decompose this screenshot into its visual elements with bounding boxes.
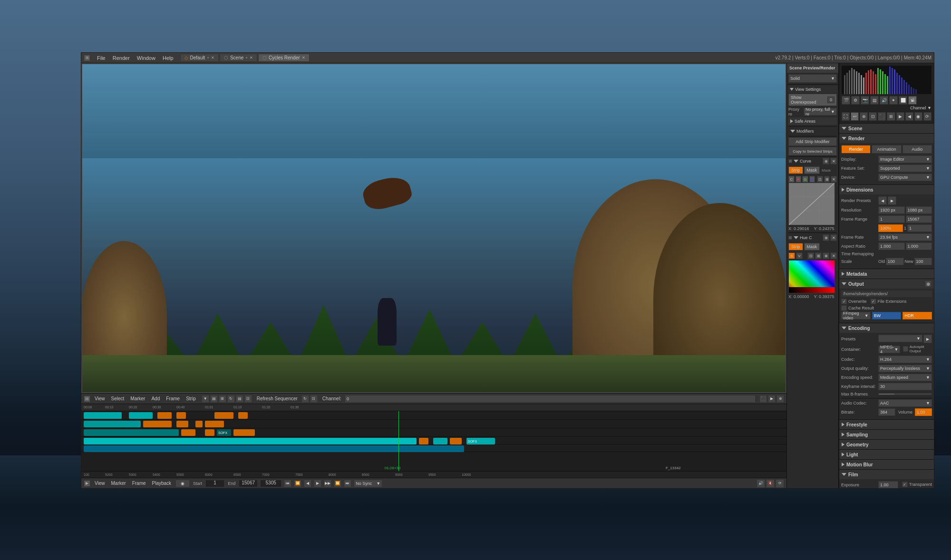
jump-start-btn[interactable]: ⏮ [284, 480, 291, 487]
channel-dropdown[interactable]: Channel ▼ [910, 106, 932, 110]
view-settings-toggle[interactable]: View Settings [788, 86, 837, 93]
tab-cycles-render[interactable]: ⬡ Cycles Render ✕ [258, 54, 310, 62]
output-quality-dropdown[interactable]: Perceptually lossless ▼ [878, 365, 932, 372]
prev-frame-btn[interactable]: ◀ [304, 480, 311, 487]
next-frame-btn[interactable]: ▶▶ [324, 480, 331, 487]
frame-step-value[interactable]: 1 [907, 224, 932, 232]
tl-add[interactable]: Add [149, 395, 162, 402]
icon-2-6[interactable]: ⊞ [887, 112, 895, 121]
exposure-value[interactable]: 1.00 [878, 481, 898, 488]
enc-presets-dropdown[interactable]: ▼ [878, 335, 922, 342]
tab-scene[interactable]: ⬡ Scene + ✕ [220, 54, 257, 62]
icon-2-10[interactable]: ⟳ [923, 112, 932, 121]
refresh-icon-2[interactable]: ⊡ [310, 395, 318, 403]
menu-render[interactable]: Render [110, 54, 133, 62]
tl-icon-1[interactable]: ▼ [202, 395, 209, 403]
hue-mask-tab[interactable]: Mask [804, 243, 820, 251]
volume-value[interactable]: 1.00 [915, 408, 932, 416]
render-tab-audio[interactable]: Audio [902, 145, 932, 154]
film-header[interactable]: Film [839, 470, 934, 479]
hist-icon-4[interactable]: ▤ [870, 96, 879, 105]
icon-2-4[interactable]: ⊡ [869, 112, 877, 121]
sync-icon[interactable]: ⟳ [776, 479, 784, 488]
menu-file[interactable]: File [94, 54, 108, 62]
mute-icon[interactable]: 🔇 [766, 479, 775, 488]
dimensions-header[interactable]: Dimensions [839, 185, 934, 194]
mask-tab[interactable]: Mask [804, 166, 820, 174]
tl-icon-2[interactable]: ▤ [210, 395, 218, 403]
playback-mode[interactable]: ◉ [175, 480, 190, 487]
ch-icon-2[interactable]: ▶ [768, 395, 776, 403]
menu-window[interactable]: Window [134, 54, 158, 62]
hist-icon-8[interactable]: 📽 [908, 96, 917, 105]
old-value[interactable]: 100 [886, 258, 903, 265]
encoding-header[interactable]: Encoding [839, 323, 934, 333]
channel-icon-2[interactable]: ⊞ [824, 176, 830, 183]
tl-view[interactable]: View [93, 395, 107, 402]
keyframe-interval-value[interactable]: 30 [878, 383, 932, 390]
hue-icon-2[interactable]: ⊞ [815, 252, 822, 259]
icon-2-1[interactable]: ⛶ [842, 112, 850, 121]
channel-close-icon[interactable]: ✕ [831, 176, 837, 183]
channel-b-btn[interactable]: B [809, 176, 815, 183]
curves-canvas[interactable] [788, 183, 835, 225]
modifiers-toggle[interactable]: Modifiers [788, 127, 837, 135]
solid-dropdown[interactable]: Solid ▼ [788, 74, 837, 83]
prev-key-btn[interactable]: ⏪ [294, 480, 301, 487]
enc-presets-icon[interactable]: ▶ [923, 335, 932, 343]
codec-dropdown[interactable]: H.264 ▼ [878, 356, 932, 363]
cache-result-checkbox[interactable] [841, 305, 847, 311]
color-wheel[interactable] [788, 260, 835, 293]
show-overexposed-row[interactable]: Show Overexposed 0 [788, 94, 837, 106]
res-y-value[interactable]: 1080 px [906, 206, 932, 214]
freestyle-header[interactable]: Freestyle [839, 420, 934, 429]
hist-icon-2[interactable]: ⚙ [851, 96, 860, 105]
hue-close-icon[interactable]: ✕ [830, 234, 837, 241]
tl-icon-3[interactable]: ⊞ [219, 395, 226, 403]
render-tab-animation[interactable]: Animation [872, 145, 901, 154]
hue-strip-tab[interactable]: Strip [788, 243, 803, 251]
feature-set-dropdown[interactable]: Supported ▼ [878, 164, 932, 172]
hue-icon-1[interactable]: ⊡ [807, 252, 814, 259]
curve-close-icon[interactable]: ✕ [830, 158, 837, 164]
end-frame-input[interactable]: 15067 [239, 480, 258, 487]
render-header[interactable]: Render [839, 134, 934, 143]
hue-copy-icon[interactable]: ⊕ [823, 234, 829, 241]
device-dropdown[interactable]: GPU Compute ▼ [878, 174, 932, 181]
trans-frame[interactable]: Frame [130, 480, 148, 487]
render-tab-render[interactable]: Render [841, 145, 871, 154]
hue-icon-4[interactable]: ✕ [830, 252, 837, 259]
metadata-header[interactable]: Metadata [839, 269, 934, 279]
presets-next-icon[interactable]: ▶ [888, 196, 896, 205]
overwrite-checkbox[interactable] [841, 299, 847, 304]
tl-marker[interactable]: Marker [128, 395, 147, 402]
display-dropdown[interactable]: Image Editor ▼ [878, 155, 932, 163]
presets-prev-icon[interactable]: ◀ [878, 196, 887, 205]
file-ext-checkbox[interactable] [871, 299, 876, 304]
output-copy-icon[interactable]: ⊕ [925, 280, 932, 287]
icon-2-2[interactable]: ↩ [851, 112, 859, 121]
motion-blur-header[interactable]: Motion Blur [839, 460, 934, 469]
channel-input[interactable]: 0 [345, 395, 756, 403]
icon-2-5[interactable]: ⬛ [878, 112, 886, 121]
sampling-header[interactable]: Sampling [839, 430, 934, 439]
start-frame-input[interactable]: 1 [205, 480, 224, 487]
hue-icon-3[interactable]: ⊕ [823, 252, 829, 259]
next-key-btn[interactable]: ⏩ [334, 480, 341, 487]
tl-select[interactable]: Select [109, 395, 126, 402]
tl-icon-4[interactable]: ↻ [227, 395, 235, 403]
current-frame-input[interactable]: 5305 [260, 480, 281, 487]
copy-to-selected-btn[interactable]: Copy to Selected Strips [788, 147, 837, 155]
strip-tab[interactable]: Strip [788, 166, 803, 174]
ch-icon-1[interactable]: ⬛ [759, 395, 767, 403]
tl-icon-6[interactable]: ⊡ [244, 395, 252, 403]
res-x-value[interactable]: 1920 px [878, 206, 905, 214]
trans-view[interactable]: View [93, 480, 107, 487]
timeline-tracks[interactable]: SOFX SOFX [81, 411, 786, 471]
hist-icon-1[interactable]: 🎬 [842, 96, 850, 105]
icon-2-9[interactable]: ◉ [914, 112, 922, 121]
light-header[interactable]: Light [839, 450, 934, 459]
start-frame-value[interactable]: 1 [878, 215, 905, 223]
hue-s-btn[interactable]: S [788, 252, 795, 259]
curve-color-swatch[interactable] [788, 159, 792, 163]
